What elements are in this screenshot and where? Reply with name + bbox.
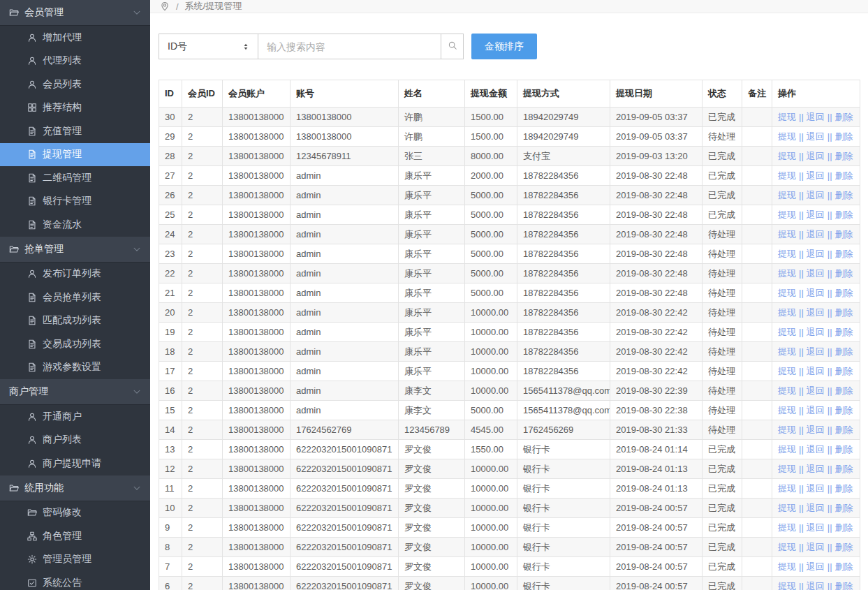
action-withdraw-link[interactable]: 提现	[778, 112, 796, 122]
action-return-link[interactable]: 退回	[807, 561, 825, 572]
action-withdraw-link[interactable]: 提现	[778, 503, 796, 513]
action-return-link[interactable]: 退回	[807, 464, 825, 474]
action-return-link[interactable]: 退回	[807, 190, 825, 200]
action-return-link[interactable]: 退回	[807, 209, 825, 220]
action-withdraw-link[interactable]: 提现	[778, 327, 796, 337]
action-delete-link[interactable]: 删除	[835, 425, 853, 435]
action-return-link[interactable]: 退回	[807, 483, 825, 494]
sidebar-item-add-agent[interactable]: 增加代理	[0, 26, 150, 50]
sidebar-item-merchant-withdraw-apply[interactable]: 商户提现申请	[0, 452, 150, 475]
action-return-link[interactable]: 退回	[807, 229, 825, 239]
action-delete-link[interactable]: 删除	[835, 151, 853, 161]
sidebar-section-common-functions[interactable]: 统用功能	[0, 475, 150, 501]
action-withdraw-link[interactable]: 提现	[778, 522, 796, 533]
action-delete-link[interactable]: 删除	[835, 346, 853, 357]
action-withdraw-link[interactable]: 提现	[778, 288, 796, 298]
action-return-link[interactable]: 退回	[807, 249, 825, 259]
action-return-link[interactable]: 退回	[807, 425, 825, 435]
sidebar-item-recharge-mgmt[interactable]: 充值管理	[0, 119, 150, 143]
action-delete-link[interactable]: 删除	[835, 444, 853, 455]
action-delete-link[interactable]: 删除	[835, 327, 853, 337]
action-delete-link[interactable]: 删除	[835, 464, 853, 474]
action-withdraw-link[interactable]: 提现	[778, 366, 796, 376]
sidebar-item-role-mgmt[interactable]: 角色管理	[0, 524, 150, 548]
action-withdraw-link[interactable]: 提现	[778, 483, 796, 494]
action-return-link[interactable]: 退回	[807, 307, 825, 318]
sidebar-item-publish-order-list[interactable]: 发布订单列表	[0, 263, 150, 286]
action-return-link[interactable]: 退回	[807, 385, 825, 396]
action-delete-link[interactable]: 删除	[835, 366, 853, 376]
action-withdraw-link[interactable]: 提现	[778, 346, 796, 357]
action-withdraw-link[interactable]: 提现	[778, 151, 796, 161]
action-return-link[interactable]: 退回	[807, 327, 825, 337]
action-withdraw-link[interactable]: 提现	[778, 229, 796, 239]
action-return-link[interactable]: 退回	[807, 444, 825, 455]
action-delete-link[interactable]: 删除	[835, 522, 853, 533]
action-return-link[interactable]: 退回	[807, 522, 825, 533]
action-delete-link[interactable]: 删除	[835, 483, 853, 494]
sidebar-item-qrcode-mgmt[interactable]: 二维码管理	[0, 166, 150, 190]
action-return-link[interactable]: 退回	[807, 151, 825, 161]
search-field-select[interactable]: ID号	[159, 34, 258, 59]
sidebar-section-grab-mgmt[interactable]: 抢单管理	[0, 237, 150, 263]
sidebar-item-bankcard-mgmt[interactable]: 银行卡管理	[0, 190, 150, 214]
action-delete-link[interactable]: 删除	[835, 229, 853, 239]
action-return-link[interactable]: 退回	[807, 405, 825, 415]
action-withdraw-link[interactable]: 提现	[778, 268, 796, 279]
action-withdraw-link[interactable]: 提现	[778, 444, 796, 455]
action-withdraw-link[interactable]: 提现	[778, 464, 796, 474]
sidebar-item-member-list[interactable]: 会员列表	[0, 73, 150, 96]
sidebar-item-open-merchant[interactable]: 开通商户	[0, 405, 150, 429]
action-delete-link[interactable]: 删除	[835, 170, 853, 181]
action-return-link[interactable]: 退回	[807, 112, 825, 122]
action-return-link[interactable]: 退回	[807, 366, 825, 376]
action-delete-link[interactable]: 删除	[835, 503, 853, 513]
action-withdraw-link[interactable]: 提现	[778, 581, 796, 590]
action-delete-link[interactable]: 删除	[835, 385, 853, 396]
action-delete-link[interactable]: 删除	[835, 209, 853, 220]
sidebar-item-withdraw-mgmt[interactable]: 提现管理	[0, 143, 150, 167]
action-withdraw-link[interactable]: 提现	[778, 170, 796, 181]
action-delete-link[interactable]: 删除	[835, 307, 853, 318]
action-delete-link[interactable]: 删除	[835, 131, 853, 142]
action-delete-link[interactable]: 删除	[835, 405, 853, 415]
action-delete-link[interactable]: 删除	[835, 249, 853, 259]
action-withdraw-link[interactable]: 提现	[778, 405, 796, 415]
sidebar-section-member-mgmt[interactable]: 会员管理	[0, 0, 150, 26]
action-return-link[interactable]: 退回	[807, 542, 825, 552]
sidebar-item-admin-mgmt[interactable]: 管理员管理	[0, 548, 150, 572]
action-withdraw-link[interactable]: 提现	[778, 561, 796, 572]
action-withdraw-link[interactable]: 提现	[778, 385, 796, 396]
action-return-link[interactable]: 退回	[807, 503, 825, 513]
action-return-link[interactable]: 退回	[807, 170, 825, 181]
action-withdraw-link[interactable]: 提现	[778, 425, 796, 435]
action-withdraw-link[interactable]: 提现	[778, 190, 796, 200]
sidebar-item-password-change[interactable]: 密码修改	[0, 501, 150, 525]
sidebar-section-merchant-mgmt[interactable]: 商户管理	[0, 379, 150, 405]
action-return-link[interactable]: 退回	[807, 131, 825, 142]
action-delete-link[interactable]: 删除	[835, 542, 853, 552]
action-delete-link[interactable]: 删除	[835, 112, 853, 122]
sidebar-item-member-grab-list[interactable]: 会员抢单列表	[0, 286, 150, 309]
action-withdraw-link[interactable]: 提现	[778, 131, 796, 142]
action-withdraw-link[interactable]: 提现	[778, 209, 796, 220]
action-return-link[interactable]: 退回	[807, 346, 825, 357]
sidebar-item-agent-list[interactable]: 代理列表	[0, 50, 150, 73]
action-delete-link[interactable]: 删除	[835, 268, 853, 279]
action-withdraw-link[interactable]: 提现	[778, 542, 796, 552]
search-input[interactable]	[258, 34, 441, 59]
action-delete-link[interactable]: 删除	[835, 190, 853, 200]
sidebar-item-game-params[interactable]: 游戏参数设置	[0, 356, 150, 380]
action-return-link[interactable]: 退回	[807, 268, 825, 279]
sidebar-item-match-success-list[interactable]: 匹配成功列表	[0, 309, 150, 333]
sidebar-item-referral-structure[interactable]: 推荐结构	[0, 96, 150, 120]
search-button[interactable]	[441, 34, 464, 59]
action-delete-link[interactable]: 删除	[835, 288, 853, 298]
sidebar-item-trade-success-list[interactable]: 交易成功列表	[0, 332, 150, 356]
action-withdraw-link[interactable]: 提现	[778, 307, 796, 318]
sidebar-item-merchant-list[interactable]: 商户列表	[0, 429, 150, 452]
amount-sort-button[interactable]: 金额排序	[471, 34, 537, 59]
action-delete-link[interactable]: 删除	[835, 561, 853, 572]
sidebar-item-fund-flow[interactable]: 资金流水	[0, 213, 150, 237]
sidebar-item-system-notice[interactable]: 系统公告	[0, 571, 150, 590]
